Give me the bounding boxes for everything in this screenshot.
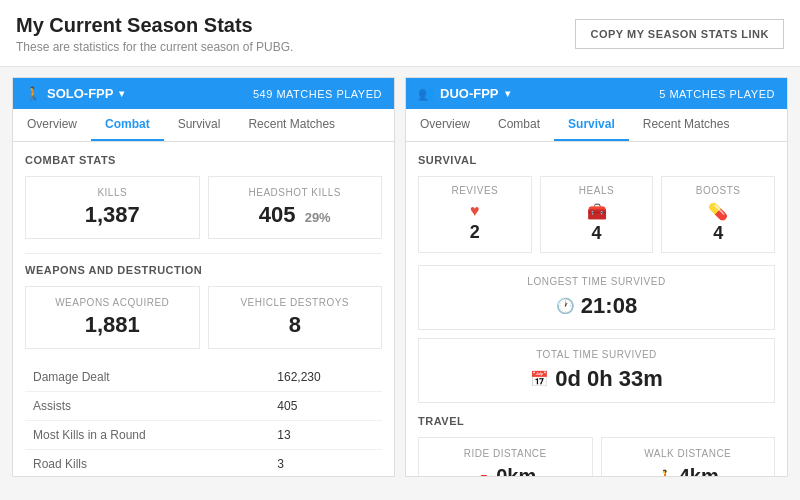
page-title: My Current Season Stats (16, 14, 293, 37)
longest-time-card: LONGEST TIME SURVIVED 🕐 21:08 (418, 265, 775, 330)
kills-label: KILLS (38, 187, 187, 198)
heals-value: 4 (551, 223, 643, 244)
boosts-label: BOOSTS (672, 185, 764, 196)
duo-mode-label: DUO-FPP (440, 86, 499, 101)
walk-distance-value: 🚶 4km (614, 465, 763, 476)
travel-section-title: TRAVEL (418, 415, 775, 427)
vehicle-value: 8 (221, 312, 370, 338)
tab-combat-duo[interactable]: Combat (484, 109, 554, 141)
duo-panel: 👥 DUO-FPP ▾ 5 MATCHES PLAYED Overview Co… (405, 77, 788, 477)
table-row: Damage Dealt162,230 (25, 363, 382, 392)
total-time-value: 📅 0d 0h 33m (431, 366, 762, 392)
tab-overview-duo[interactable]: Overview (406, 109, 484, 141)
solo-panel-header: 🚶 SOLO-FPP ▾ 549 MATCHES PLAYED (13, 78, 394, 109)
solo-matches-played: 549 MATCHES PLAYED (253, 88, 382, 100)
boosts-icon: 💊 (672, 202, 764, 221)
tab-survival-duo[interactable]: Survival (554, 109, 629, 141)
page-header: My Current Season Stats These are statis… (0, 0, 800, 67)
boosts-card: BOOSTS 💊 4 (661, 176, 775, 253)
weapons-label: WEAPONS ACQUIRED (38, 297, 187, 308)
duo-tabs: Overview Combat Survival Recent Matches (406, 109, 787, 142)
tab-overview-solo[interactable]: Overview (13, 109, 91, 141)
boosts-value: 4 (672, 223, 764, 244)
combat-section-title: COMBAT STATS (25, 154, 382, 166)
survival-section-title: SURVIVAL (418, 154, 775, 166)
solo-panel-body: COMBAT STATS KILLS 1,387 HEADSHOT KILLS … (13, 142, 394, 476)
ride-distance-value: 🚗 0km (431, 465, 580, 476)
tab-survival-solo[interactable]: Survival (164, 109, 235, 141)
table-row: Most Kills in a Round13 (25, 421, 382, 450)
weapons-card: WEAPONS ACQUIRED 1,881 (25, 286, 200, 349)
longest-time-value: 🕐 21:08 (431, 293, 762, 319)
total-time-card: TOTAL TIME SURVIVED 📅 0d 0h 33m (418, 338, 775, 403)
duo-panel-body: SURVIVAL REVIVES ♥ 2 HEALS 🧰 4 BOOSTS 💊 … (406, 142, 787, 476)
vehicle-label: VEHICLE DESTROYS (221, 297, 370, 308)
headshot-pct: 29% (305, 210, 331, 225)
revives-card: REVIVES ♥ 2 (418, 176, 532, 253)
weapons-value: 1,881 (38, 312, 187, 338)
heals-card: HEALS 🧰 4 (540, 176, 654, 253)
tab-combat-solo[interactable]: Combat (91, 109, 164, 141)
travel-section: TRAVEL RIDE DISTANCE 🚗 0km WALK DISTANCE… (418, 415, 775, 476)
duo-matches-played: 5 MATCHES PLAYED (659, 88, 775, 100)
total-time-label: TOTAL TIME SURVIVED (431, 349, 762, 360)
car-icon: 🚗 (474, 469, 491, 477)
headshot-label: HEADSHOT KILLS (221, 187, 370, 198)
heals-label: HEALS (551, 185, 643, 196)
headshot-card: HEADSHOT KILLS 405 29% (208, 176, 383, 239)
solo-chevron-icon[interactable]: ▾ (119, 88, 124, 99)
page-subtitle: These are statistics for the current sea… (16, 40, 293, 54)
table-row: Road Kills3 (25, 450, 382, 477)
tab-recent-matches-duo[interactable]: Recent Matches (629, 109, 744, 141)
revives-icon: ♥ (429, 202, 521, 220)
ride-distance-label: RIDE DISTANCE (431, 448, 580, 459)
tab-recent-matches-solo[interactable]: Recent Matches (234, 109, 349, 141)
kills-value: 1,387 (38, 202, 187, 228)
walk-distance-card: WALK DISTANCE 🚶 4km (601, 437, 776, 476)
weapons-section-title: WEAPONS AND DESTRUCTION (25, 264, 382, 276)
solo-panel: 🚶 SOLO-FPP ▾ 549 MATCHES PLAYED Overview… (12, 77, 395, 477)
vehicle-card: VEHICLE DESTROYS 8 (208, 286, 383, 349)
revives-value: 2 (429, 222, 521, 243)
solo-mode-label: SOLO-FPP (47, 86, 113, 101)
calendar-icon: 📅 (530, 370, 549, 388)
longest-time-label: LONGEST TIME SURVIVED (431, 276, 762, 287)
clock-icon: 🕐 (556, 297, 575, 315)
kills-card: KILLS 1,387 (25, 176, 200, 239)
walk-icon: 🚶 (657, 469, 674, 477)
walk-distance-label: WALK DISTANCE (614, 448, 763, 459)
revives-label: REVIVES (429, 185, 521, 196)
duo-person-icon: 👥 (418, 86, 434, 101)
duo-panel-header: 👥 DUO-FPP ▾ 5 MATCHES PLAYED (406, 78, 787, 109)
panels-row: 🚶 SOLO-FPP ▾ 549 MATCHES PLAYED Overview… (0, 67, 800, 487)
combat-data-table: Damage Dealt162,230Assists405Most Kills … (25, 363, 382, 476)
solo-tabs: Overview Combat Survival Recent Matches (13, 109, 394, 142)
headshot-value: 405 29% (221, 202, 370, 228)
table-row: Assists405 (25, 392, 382, 421)
heals-icon: 🧰 (551, 202, 643, 221)
ride-distance-card: RIDE DISTANCE 🚗 0km (418, 437, 593, 476)
copy-link-button[interactable]: COPY MY SEASON STATS LINK (575, 19, 784, 49)
duo-chevron-icon[interactable]: ▾ (505, 88, 510, 99)
solo-person-icon: 🚶 (25, 86, 41, 101)
